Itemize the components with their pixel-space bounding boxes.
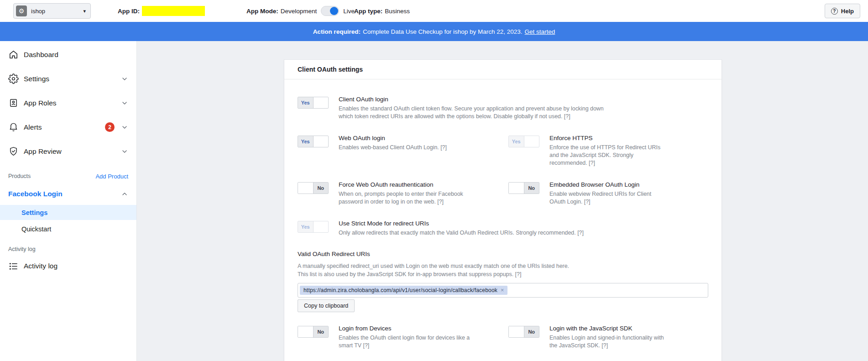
app-id-redacted-value xyxy=(142,6,205,16)
force-reauth-row: No Force Web OAuth reauthentication When… xyxy=(298,181,508,206)
setting-description: Enforce the use of HTTPS for Redirect UR… xyxy=(549,144,664,167)
toggle-no-label: No xyxy=(314,326,329,337)
strict-mode-toggle: Yes xyxy=(298,221,329,233)
top-bar: ⚙ ishop ▾ App ID: App Mode: Development … xyxy=(0,0,868,22)
sidebar-item-fb-login-settings[interactable]: Settings xyxy=(0,205,136,220)
setting-title: Use Strict Mode for redirect URIs xyxy=(339,220,584,227)
embedded-browser-toggle[interactable]: No xyxy=(508,182,539,194)
setting-title: Force Web OAuth reauthentication xyxy=(339,181,482,188)
products-section-header: Products Add Product xyxy=(0,170,136,183)
sidebar-item-alerts[interactable]: Alerts 2 xyxy=(0,115,136,139)
login-js-sdk-toggle[interactable]: No xyxy=(508,326,539,338)
chevron-down-icon: ▾ xyxy=(83,8,86,14)
setting-description: Only allow redirects that exactly match … xyxy=(339,229,584,237)
toggle-no-label: No xyxy=(524,326,539,337)
uri-chip: https://admin.zira.cholobangla.com/api/v… xyxy=(300,286,507,295)
app-mode-group: App Mode: Development Live xyxy=(246,0,355,22)
chip-remove-icon[interactable]: × xyxy=(501,288,504,293)
toggle-no-label: No xyxy=(524,183,539,194)
activity-log-label: Activity log xyxy=(24,262,128,270)
app-id-group: App ID: xyxy=(118,0,205,22)
copy-to-clipboard-button[interactable]: Copy to clipboard xyxy=(298,299,355,312)
help-label: Help xyxy=(841,8,854,15)
setting-description: Enables Login and signed-in functionalit… xyxy=(549,334,664,350)
alerts-count-badge: 2 xyxy=(105,122,115,132)
setting-description: Enables web-based Client OAuth Login. [?… xyxy=(339,144,447,152)
chevron-down-icon xyxy=(121,75,128,83)
bell-icon xyxy=(8,122,19,132)
get-started-link[interactable]: Get started xyxy=(525,28,555,35)
gear-icon xyxy=(8,73,19,84)
setting-title: Client OAuth login xyxy=(339,96,615,103)
activity-log-section-header: Activity log xyxy=(0,243,136,256)
web-oauth-login-row: Yes Web OAuth login Enables web-based Cl… xyxy=(298,135,508,167)
shield-check-icon xyxy=(8,146,19,157)
sidebar-item-label: Dashboard xyxy=(24,51,128,59)
login-from-devices-toggle[interactable]: No xyxy=(298,326,329,338)
activity-log-section-label: Activity log xyxy=(8,246,128,252)
toggle-yes-label: Yes xyxy=(298,221,314,232)
app-type-label: App type: xyxy=(354,8,382,15)
app-mode-development: Development xyxy=(281,8,317,15)
setting-title: Enforce HTTPS xyxy=(549,135,664,141)
add-product-link[interactable]: Add Product xyxy=(95,173,128,180)
home-icon xyxy=(8,49,19,60)
redirect-uris-input[interactable]: https://admin.zira.cholobangla.com/api/v… xyxy=(298,283,708,298)
badge-icon xyxy=(8,98,19,108)
setting-description: Enables the standard OAuth client token … xyxy=(339,105,615,121)
help-button[interactable]: ? Help xyxy=(825,4,860,18)
force-reauth-toggle[interactable]: No xyxy=(298,182,329,194)
login-from-devices-row: No Login from Devices Enables the OAuth … xyxy=(298,325,508,350)
toggle-yes-label: Yes xyxy=(509,136,524,147)
app-id-label: App ID: xyxy=(118,8,140,15)
app-name: ishop xyxy=(31,8,83,15)
sidebar-item-label: App Review xyxy=(24,147,121,156)
setting-description: When on, prompts people to enter their F… xyxy=(339,190,482,206)
strict-mode-row: Yes Use Strict Mode for redirect URIs On… xyxy=(298,220,708,237)
toggle-yes-label: Yes xyxy=(298,97,314,108)
setting-description: Enables the OAuth client login flow for … xyxy=(339,334,482,350)
app-mode-toggle[interactable] xyxy=(321,6,339,16)
banner-prefix: Action required: xyxy=(313,28,361,35)
sub-item-label: Quickstart xyxy=(21,225,51,233)
chevron-up-icon xyxy=(121,190,128,198)
card-title: Client OAuth settings xyxy=(284,60,722,79)
app-selector-dropdown[interactable]: ⚙ ishop ▾ xyxy=(13,3,91,19)
sidebar-item-activity-log[interactable]: Activity log xyxy=(0,256,136,276)
sidebar-item-app-review[interactable]: App Review xyxy=(0,139,136,163)
question-mark-icon: ? xyxy=(831,8,838,15)
sidebar: Dashboard Settings App Roles Alerts 2 xyxy=(0,41,137,361)
sidebar-item-fb-login-quickstart[interactable]: Quickstart xyxy=(0,221,136,236)
app-avatar-icon: ⚙ xyxy=(16,5,27,16)
sub-item-label: Settings xyxy=(21,209,47,216)
enforce-https-row: Yes Enforce HTTPS Enforce the use of HTT… xyxy=(508,135,708,167)
toggle-yes-label: Yes xyxy=(298,136,314,147)
chevron-down-icon xyxy=(121,124,128,131)
app-type-group: App type: Business xyxy=(354,0,410,22)
setting-title: Login from Devices xyxy=(339,325,482,332)
list-icon xyxy=(8,261,19,272)
products-label: Products xyxy=(8,173,95,179)
sidebar-item-app-roles[interactable]: App Roles xyxy=(0,91,136,115)
setting-title: Embedded Browser OAuth Login xyxy=(549,181,664,188)
setting-description: Enable webview Redirect URIs for Client … xyxy=(549,190,664,206)
main-content: Client OAuth settings Yes Client OAuth l… xyxy=(137,41,868,361)
setting-title: Web OAuth login xyxy=(339,135,447,141)
action-required-banner: Action required: Complete Data Use Check… xyxy=(0,22,868,41)
sidebar-item-label: App Roles xyxy=(24,99,121,107)
chevron-down-icon xyxy=(121,99,128,107)
chevron-down-icon xyxy=(121,148,128,155)
client-oauth-settings-card: Client OAuth settings Yes Client OAuth l… xyxy=(284,59,722,361)
client-oauth-login-row: Yes Client OAuth login Enables the stand… xyxy=(298,96,708,121)
login-js-sdk-row: No Login with the JavaScript SDK Enables… xyxy=(508,325,708,350)
app-mode-live: Live xyxy=(343,8,355,15)
section-description-line1: A manually specified redirect_uri used w… xyxy=(298,262,708,271)
section-heading: Valid OAuth Redirect URIs xyxy=(298,251,708,257)
sidebar-item-dashboard[interactable]: Dashboard xyxy=(0,42,136,67)
sidebar-item-settings[interactable]: Settings xyxy=(0,67,136,91)
embedded-browser-row: No Embedded Browser OAuth Login Enable w… xyxy=(508,181,708,206)
web-oauth-login-toggle[interactable]: Yes xyxy=(298,136,329,147)
setting-title: Login with the JavaScript SDK xyxy=(549,325,664,332)
client-oauth-login-toggle[interactable]: Yes xyxy=(298,97,329,109)
sidebar-item-facebook-login[interactable]: Facebook Login xyxy=(0,184,136,204)
